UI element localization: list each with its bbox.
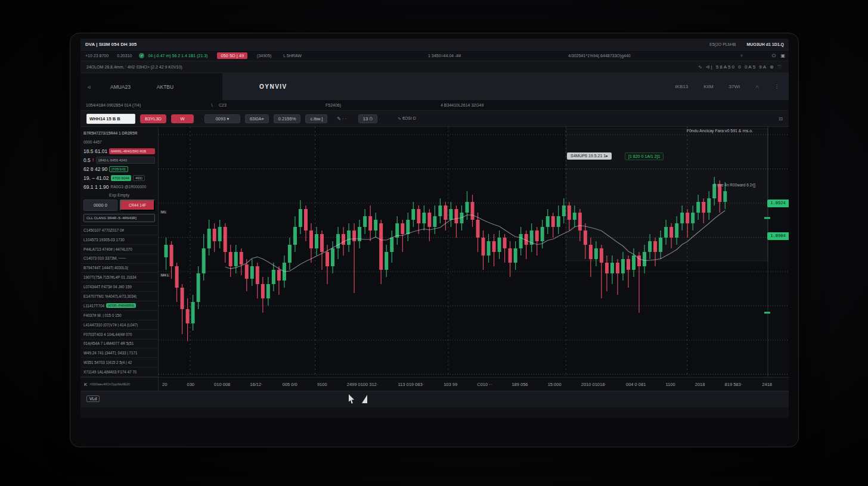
time-tick: 2499 0100 312· (347, 382, 379, 387)
list-item[interactable]: W49.24 741 (344T], 0433 | 7171 (80, 348, 158, 358)
titlebar-right-secondary[interactable]: MUO3UH d1 1D1.Q (746, 42, 784, 46)
time-tick: 20 (162, 382, 167, 387)
tab-bar: ◃ AMUA23 AKTBU OYNVIV IKB13 KIIM 37WI ∩ … (80, 73, 789, 100)
search-input[interactable] (86, 114, 135, 124)
divider-glyph: ∖ (210, 103, 213, 108)
menu-bar: 24OLOM 28.8.4mm, ' 4H2 03HO> (2.2 42 9 K… (80, 61, 789, 73)
list-item-label: P44LA713 4740# | 4474L070 (83, 247, 132, 251)
price-tag-2: 1.0904 (767, 232, 789, 240)
tabbar-item-3[interactable]: 37WI (729, 84, 740, 89)
active-tab-label: OYNVIV (259, 83, 287, 90)
list-item[interactable]: 014(454A 7 L4M4077 4R 5(51 (80, 339, 158, 349)
wave-indicator-label[interactable]: ∿ €OSI D (398, 116, 416, 121)
tabbar-item-2[interactable]: KIIM (703, 84, 713, 89)
account-label[interactable]: L 5HRAW (283, 54, 302, 58)
close-position-button[interactable]: CR44 14F (120, 200, 155, 211)
tabbar-right-group: IKB13 KIIM 37WI ∩ ⋮ (675, 84, 789, 89)
ask-badge[interactable]: [705/1/0] (109, 166, 128, 172)
alert-icon: ! (92, 157, 94, 163)
sell-button[interactable]: W (171, 114, 194, 123)
percent-button[interactable]: 0.2155% (274, 114, 301, 123)
profile-icon[interactable]: ∩ (755, 84, 759, 89)
time-tick: 15:000 (548, 382, 562, 387)
qty-value: 0.5 (83, 157, 91, 163)
time-tick: 2018 (695, 382, 705, 387)
status-footer: VLd (80, 391, 789, 407)
orders-count[interactable]: (34905) (257, 54, 271, 58)
list-item[interactable]: P44LA713 4740# | 4474L070 (80, 245, 158, 254)
tab-aktbu[interactable]: AKTBU (144, 84, 187, 90)
back-chevron-icon[interactable]: ◃ (80, 83, 97, 90)
clock-button[interactable]: 13 ⏱ (358, 114, 377, 123)
list-item[interactable]: F4037# W. | 015 0 150 (80, 311, 158, 320)
change-text: 04 (-0.47 m) 56 2 1.4 1B1 (21.3) (148, 54, 207, 58)
list-item-label: L11417T704 (83, 304, 104, 308)
titlebar-right-primary[interactable]: E5(2O PLbHB (709, 42, 736, 46)
list-item-label: L104573 19305-03 1730 (83, 238, 125, 242)
sell-badge[interactable]: 050 5D | 49 (217, 52, 247, 59)
tool-button[interactable]: 63I0A⌖ (245, 114, 269, 123)
quantity-button[interactable]: 0000 0 (83, 200, 117, 211)
order-ticket: B7R5H7Z73/15R44 1 DR2R5R 0000 4457 18.5 … (80, 127, 158, 226)
chart-area: F0ndu Ancicay Fara:v0 591 & rns.o. 0 rjn… (159, 127, 789, 391)
indicator-icons[interactable]: ∿ ⊲| 58A50 0 0A5 9A ⊕ ♡ (698, 64, 783, 70)
list-item[interactable]: C1450107 4770Z017 0# (80, 226, 158, 235)
time-tick: 16/12· (250, 382, 262, 387)
ticket-bottom-input[interactable]: CLL CLANG 3R4R–5–4R943R] (83, 214, 155, 222)
list-item-label: L074344T F473# 04 J#0 159 (83, 285, 132, 289)
kebab-menu-icon[interactable]: ⋮ (774, 84, 779, 89)
expand-icon[interactable]: ⊡ (779, 116, 783, 122)
mode-label[interactable]: C23 (219, 103, 227, 107)
list-item[interactable]: L074344T F473# 04 J#0 159 (80, 282, 158, 292)
time-tick: 2418 (762, 382, 772, 387)
draw-icons[interactable]: ✎ ∙ ∙ (337, 116, 346, 122)
power-icon[interactable]: ⏻ (772, 53, 776, 59)
time-tick: 005 0/0 (283, 382, 297, 387)
list-item-label: 014(454A 7 L4M4077 4R 5(51 (83, 341, 134, 345)
time-axis[interactable]: 20 030 010 008 16/12· 005 0/0 9100 2499 … (159, 377, 789, 391)
time-tick: 004 0 081 (626, 382, 646, 387)
list-item[interactable]: F0703T403 4 104L44(4# 070 (80, 330, 158, 339)
layout-icon[interactable]: ▣ (780, 53, 785, 58)
primary-action-button[interactable]: B3YL3D (140, 114, 166, 123)
chart-side-annotation: 0 rjne 4n R00ward 6 2r[] (714, 183, 755, 187)
list-item[interactable]: L104573 19305-03 1730 (80, 235, 158, 245)
active-tab[interactable]: OYNVIV IKB13 KIIM 37WI ∩ ⋮ (222, 73, 789, 100)
sample-badge[interactable]: S4MUP6 19.5.21 1▸ (567, 152, 612, 160)
time-tick: C010 ·· (477, 382, 492, 387)
tabbar-item-1[interactable]: IKB13 (675, 84, 688, 89)
candlestick-chart[interactable]: F0ndu Ancicay Fara:v0 591 & rns.o. 0 rjn… (159, 127, 789, 377)
list-item[interactable]: L11417T704 [470R–P4R4RR9] (80, 301, 158, 311)
panel-footer-icon[interactable]: K (84, 382, 87, 387)
app-title: DVA | SI3M 054 DH 305 (85, 42, 137, 47)
list-item[interactable]: W351 54703 1]415 2 5(4 | 42 (80, 358, 158, 367)
list-item[interactable]: X71149 1AL4(M403 F174 47 70 (80, 367, 158, 377)
expiry-label: Exp Empty (83, 193, 155, 197)
qty-field[interactable]: 1842-L 6456 4240 (96, 157, 156, 164)
laptop-screen: DVA | SI3M 054 DH 305 E5(2O PLbHB MUO3UH… (70, 33, 799, 447)
ma-tag-2: M4 L (160, 273, 170, 277)
list-item-label: F0703T403 4 104L44(4# 070 (83, 332, 132, 337)
tab-amua23[interactable]: AMUA23 (97, 84, 144, 90)
symbol-right-text: 4 B34410L2614 32G49 (441, 103, 483, 107)
list-item[interactable]: L41447310 (07(V7# | 414 (L047) (80, 320, 158, 330)
range-badge[interactable]: [1 820 0 1A/1 2]1 (625, 152, 664, 160)
level-buy-badge[interactable]: 4700 6044 (111, 175, 131, 181)
time-tick: 113 019 083· (398, 382, 424, 387)
left-panel: B7R5H7Z73/15R44 1 DR2R5R 0000 4457 18.5 … (80, 127, 159, 391)
list-item[interactable]: 1907T(75A 7157#L4P 01 J1634 (80, 273, 158, 282)
level-box[interactable]: 493) (133, 175, 145, 181)
quote-mid-text: 1 3450=44.04 -## (428, 54, 461, 58)
list-item[interactable]: C14073 010 3373M, ⸺ (80, 254, 158, 264)
list-item[interactable]: B794744T 1444T| 4030L0( (80, 264, 158, 273)
size-dropdown[interactable]: 0093 ▾ (204, 114, 240, 123)
pin-icon[interactable]: ♀ (740, 53, 743, 58)
main-area: B7R5H7Z73/15R44 1 DR2R5R 0000 4457 18.5 … (80, 127, 789, 391)
menu-left-text[interactable]: 24OLOM 28.8.4mm, ' 4H2 03HO> (2.2 42 9 K… (86, 65, 182, 69)
type-button[interactable]: c.lbw.] (305, 114, 327, 123)
list-item[interactable]: E14707TM1 %4047L4/73,3034| (80, 292, 158, 301)
symbol-bar: 1054/4184 0902854 014 (7/4) ∖ C23 F52406… (80, 100, 789, 111)
status-badge[interactable]: VLd (86, 395, 100, 402)
price-tag-1: 1.0924 (767, 200, 789, 207)
bid-sell-badge[interactable]: M4RRL·4R4G/5R0·R0B (109, 148, 155, 154)
